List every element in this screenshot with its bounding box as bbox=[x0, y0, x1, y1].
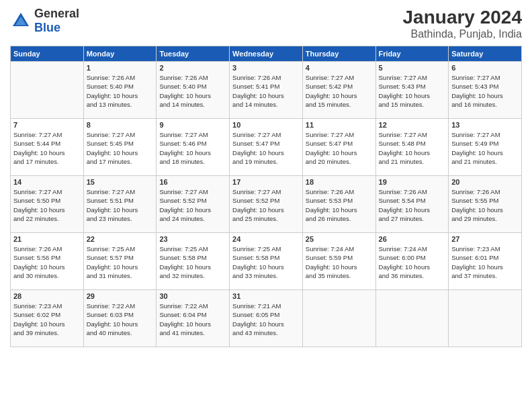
day-info: Sunrise: 7:26 AM Sunset: 5:41 PM Dayligh… bbox=[232, 73, 300, 109]
day-info: Sunrise: 7:23 AM Sunset: 6:01 PM Dayligh… bbox=[451, 244, 519, 280]
day-number: 18 bbox=[306, 178, 373, 186]
day-info: Sunrise: 7:22 AM Sunset: 6:03 PM Dayligh… bbox=[87, 302, 154, 337]
day-number: 15 bbox=[87, 178, 154, 186]
day-number: 27 bbox=[451, 235, 519, 243]
day-info: Sunrise: 7:26 AM Sunset: 5:40 PM Dayligh… bbox=[87, 73, 154, 109]
calendar-cell: 10Sunrise: 7:27 AM Sunset: 5:47 PM Dayli… bbox=[230, 119, 303, 176]
calendar-cell: 7Sunrise: 7:27 AM Sunset: 5:44 PM Daylig… bbox=[11, 119, 84, 176]
day-info: Sunrise: 7:26 AM Sunset: 5:40 PM Dayligh… bbox=[159, 73, 226, 109]
day-info: Sunrise: 7:27 AM Sunset: 5:52 PM Dayligh… bbox=[159, 187, 226, 223]
calendar-cell: 6Sunrise: 7:27 AM Sunset: 5:43 PM Daylig… bbox=[449, 62, 522, 119]
day-number: 1 bbox=[87, 64, 154, 72]
calendar-cell: 5Sunrise: 7:27 AM Sunset: 5:43 PM Daylig… bbox=[375, 62, 449, 119]
column-header-saturday: Saturday bbox=[449, 46, 522, 62]
day-info: Sunrise: 7:24 AM Sunset: 5:59 PM Dayligh… bbox=[306, 244, 373, 280]
day-number: 14 bbox=[13, 178, 81, 186]
calendar-week-2: 7Sunrise: 7:27 AM Sunset: 5:44 PM Daylig… bbox=[11, 119, 522, 176]
column-header-tuesday: Tuesday bbox=[157, 46, 230, 62]
day-number: 8 bbox=[87, 121, 154, 129]
calendar-cell: 11Sunrise: 7:27 AM Sunset: 5:47 PM Dayli… bbox=[302, 119, 375, 176]
day-number: 3 bbox=[232, 64, 300, 72]
day-number: 30 bbox=[159, 292, 226, 300]
calendar-cell bbox=[11, 62, 84, 119]
calendar-cell: 20Sunrise: 7:26 AM Sunset: 5:55 PM Dayli… bbox=[449, 176, 522, 233]
day-number: 17 bbox=[232, 178, 300, 186]
column-header-thursday: Thursday bbox=[302, 46, 375, 62]
calendar-cell: 30Sunrise: 7:22 AM Sunset: 6:04 PM Dayli… bbox=[157, 290, 230, 347]
calendar-title: January 2024 bbox=[403, 7, 522, 28]
day-info: Sunrise: 7:25 AM Sunset: 5:58 PM Dayligh… bbox=[159, 244, 226, 280]
day-number: 6 bbox=[451, 64, 519, 72]
calendar-cell: 15Sunrise: 7:27 AM Sunset: 5:51 PM Dayli… bbox=[83, 176, 157, 233]
calendar-cell: 4Sunrise: 7:27 AM Sunset: 5:42 PM Daylig… bbox=[302, 62, 375, 119]
header-row: SundayMondayTuesdayWednesdayThursdayFrid… bbox=[11, 46, 522, 62]
column-header-friday: Friday bbox=[375, 46, 449, 62]
logo: General Blue bbox=[10, 7, 79, 35]
calendar-cell bbox=[449, 290, 522, 347]
calendar-cell: 22Sunrise: 7:25 AM Sunset: 5:57 PM Dayli… bbox=[83, 233, 157, 290]
day-info: Sunrise: 7:25 AM Sunset: 5:58 PM Dayligh… bbox=[232, 244, 300, 280]
calendar-cell: 2Sunrise: 7:26 AM Sunset: 5:40 PM Daylig… bbox=[157, 62, 230, 119]
calendar-cell: 21Sunrise: 7:26 AM Sunset: 5:56 PM Dayli… bbox=[11, 233, 84, 290]
logo-general-text: General bbox=[34, 7, 79, 20]
day-info: Sunrise: 7:27 AM Sunset: 5:45 PM Dayligh… bbox=[87, 130, 154, 166]
day-info: Sunrise: 7:27 AM Sunset: 5:44 PM Dayligh… bbox=[13, 130, 81, 166]
calendar-cell: 31Sunrise: 7:21 AM Sunset: 6:05 PM Dayli… bbox=[230, 290, 303, 347]
day-info: Sunrise: 7:27 AM Sunset: 5:47 PM Dayligh… bbox=[306, 130, 373, 166]
header: General Blue January 2024 Bathinda, Punj… bbox=[10, 7, 522, 40]
day-number: 13 bbox=[451, 121, 519, 129]
day-info: Sunrise: 7:24 AM Sunset: 6:00 PM Dayligh… bbox=[379, 244, 446, 280]
calendar-table: SundayMondayTuesdayWednesdayThursdayFrid… bbox=[10, 46, 522, 347]
day-info: Sunrise: 7:26 AM Sunset: 5:55 PM Dayligh… bbox=[451, 187, 519, 223]
title-area: January 2024 Bathinda, Punjab, India bbox=[403, 7, 522, 40]
day-number: 19 bbox=[379, 178, 446, 186]
calendar-cell: 12Sunrise: 7:27 AM Sunset: 5:48 PM Dayli… bbox=[375, 119, 449, 176]
calendar-week-1: 1Sunrise: 7:26 AM Sunset: 5:40 PM Daylig… bbox=[11, 62, 522, 119]
day-number: 25 bbox=[306, 235, 373, 243]
calendar-cell: 14Sunrise: 7:27 AM Sunset: 5:50 PM Dayli… bbox=[11, 176, 84, 233]
calendar-cell: 25Sunrise: 7:24 AM Sunset: 5:59 PM Dayli… bbox=[302, 233, 375, 290]
day-info: Sunrise: 7:27 AM Sunset: 5:49 PM Dayligh… bbox=[451, 130, 519, 166]
day-info: Sunrise: 7:27 AM Sunset: 5:47 PM Dayligh… bbox=[232, 130, 300, 166]
day-info: Sunrise: 7:25 AM Sunset: 5:57 PM Dayligh… bbox=[87, 244, 154, 280]
day-number: 26 bbox=[379, 235, 446, 243]
calendar-cell bbox=[375, 290, 449, 347]
day-number: 2 bbox=[159, 64, 226, 72]
calendar-subtitle: Bathinda, Punjab, India bbox=[403, 28, 522, 40]
calendar-cell: 13Sunrise: 7:27 AM Sunset: 5:49 PM Dayli… bbox=[449, 119, 522, 176]
day-number: 4 bbox=[306, 64, 373, 72]
day-number: 20 bbox=[451, 178, 519, 186]
day-info: Sunrise: 7:27 AM Sunset: 5:50 PM Dayligh… bbox=[13, 187, 81, 223]
day-info: Sunrise: 7:27 AM Sunset: 5:43 PM Dayligh… bbox=[451, 73, 519, 109]
calendar-cell: 17Sunrise: 7:27 AM Sunset: 5:52 PM Dayli… bbox=[230, 176, 303, 233]
calendar-week-3: 14Sunrise: 7:27 AM Sunset: 5:50 PM Dayli… bbox=[11, 176, 522, 233]
day-info: Sunrise: 7:22 AM Sunset: 6:04 PM Dayligh… bbox=[159, 302, 226, 337]
day-number: 22 bbox=[87, 235, 154, 243]
day-number: 24 bbox=[232, 235, 300, 243]
calendar-cell: 28Sunrise: 7:23 AM Sunset: 6:02 PM Dayli… bbox=[11, 290, 84, 347]
day-info: Sunrise: 7:27 AM Sunset: 5:42 PM Dayligh… bbox=[306, 73, 373, 109]
calendar-cell: 29Sunrise: 7:22 AM Sunset: 6:03 PM Dayli… bbox=[83, 290, 157, 347]
calendar-week-4: 21Sunrise: 7:26 AM Sunset: 5:56 PM Dayli… bbox=[11, 233, 522, 290]
calendar-cell: 16Sunrise: 7:27 AM Sunset: 5:52 PM Dayli… bbox=[157, 176, 230, 233]
day-info: Sunrise: 7:27 AM Sunset: 5:43 PM Dayligh… bbox=[379, 73, 446, 109]
day-info: Sunrise: 7:26 AM Sunset: 5:56 PM Dayligh… bbox=[13, 244, 81, 280]
day-number: 28 bbox=[13, 292, 81, 300]
calendar-cell: 3Sunrise: 7:26 AM Sunset: 5:41 PM Daylig… bbox=[230, 62, 303, 119]
column-header-monday: Monday bbox=[83, 46, 157, 62]
calendar-cell: 23Sunrise: 7:25 AM Sunset: 5:58 PM Dayli… bbox=[157, 233, 230, 290]
calendar-week-5: 28Sunrise: 7:23 AM Sunset: 6:02 PM Dayli… bbox=[11, 290, 522, 347]
day-number: 10 bbox=[232, 121, 300, 129]
logo-icon bbox=[10, 10, 32, 32]
calendar-cell: 19Sunrise: 7:26 AM Sunset: 5:54 PM Dayli… bbox=[375, 176, 449, 233]
day-number: 31 bbox=[232, 292, 300, 300]
day-number: 11 bbox=[306, 121, 373, 129]
calendar-cell: 8Sunrise: 7:27 AM Sunset: 5:45 PM Daylig… bbox=[83, 119, 157, 176]
calendar-cell: 26Sunrise: 7:24 AM Sunset: 6:00 PM Dayli… bbox=[375, 233, 449, 290]
day-number: 12 bbox=[379, 121, 446, 129]
day-number: 29 bbox=[87, 292, 154, 300]
day-info: Sunrise: 7:21 AM Sunset: 6:05 PM Dayligh… bbox=[232, 302, 300, 337]
day-info: Sunrise: 7:27 AM Sunset: 5:51 PM Dayligh… bbox=[87, 187, 154, 223]
day-number: 9 bbox=[159, 121, 226, 129]
day-info: Sunrise: 7:26 AM Sunset: 5:54 PM Dayligh… bbox=[379, 187, 446, 223]
